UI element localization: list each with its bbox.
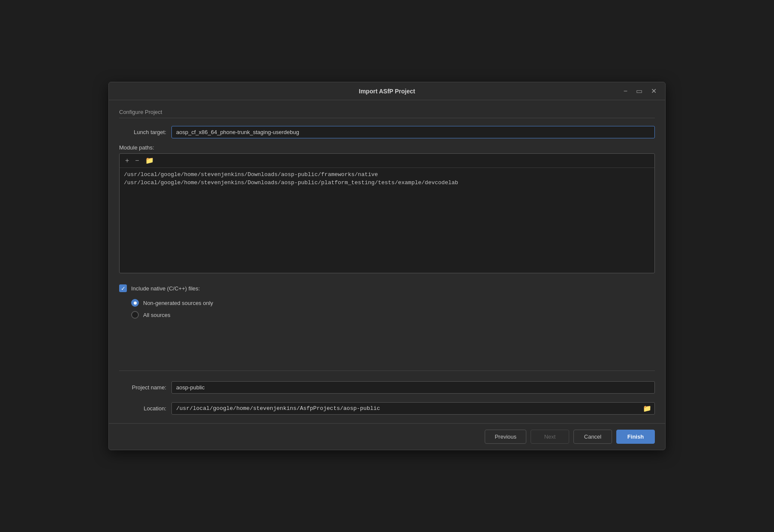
project-name-input[interactable] <box>171 381 655 394</box>
dialog-footer: Previous Next Cancel Finish <box>109 423 665 450</box>
cancel-button[interactable]: Cancel <box>573 430 612 444</box>
radio-all-sources[interactable] <box>131 311 139 319</box>
lunch-target-row: Lunch target: <box>119 126 655 138</box>
native-files-label: Include native (C/C++) files: <box>131 285 200 292</box>
project-name-row: Project name: <box>119 381 655 394</box>
previous-button[interactable]: Previous <box>485 430 526 444</box>
radio-non-generated-row: Non-generated sources only <box>131 299 655 307</box>
browse-path-button[interactable]: 📁 <box>143 156 156 165</box>
configure-section: Configure Project Lunch target: Module p… <box>119 109 655 360</box>
location-input-wrapper: 📁 <box>171 402 655 415</box>
title-bar: Import ASfP Project − ▭ ✕ <box>109 82 665 100</box>
title-bar-controls: − ▭ ✕ <box>624 87 658 96</box>
radio-all-sources-row: All sources <box>131 311 655 319</box>
checkmark-icon: ✓ <box>121 286 126 291</box>
lunch-target-label: Lunch target: <box>119 129 166 135</box>
project-name-label: Project name: <box>119 384 166 391</box>
import-dialog: Import ASfP Project − ▭ ✕ Configure Proj… <box>108 82 666 450</box>
module-paths-container: + − 📁 /usr/local/google/home/stevenjenki… <box>119 153 655 273</box>
radio-non-generated-label: Non-generated sources only <box>143 300 213 306</box>
section-heading: Configure Project <box>119 109 655 118</box>
list-item: /usr/local/google/home/stevenjenkins/Dow… <box>124 171 650 178</box>
finish-button[interactable]: Finish <box>616 430 655 444</box>
module-paths-label: Module paths: <box>119 144 655 151</box>
radio-non-generated[interactable] <box>131 299 139 307</box>
separator <box>119 371 655 371</box>
location-row: Location: 📁 <box>119 402 655 415</box>
native-files-section: ✓ Include native (C/C++) files: Non-gene… <box>119 279 655 322</box>
next-button: Next <box>531 430 569 444</box>
radio-all-sources-label: All sources <box>143 312 171 318</box>
native-files-checkbox-row: ✓ Include native (C/C++) files: <box>119 283 655 294</box>
dialog-content: Configure Project Lunch target: Module p… <box>109 100 665 423</box>
list-item: /usr/local/google/home/stevenjenkins/Dow… <box>124 179 650 186</box>
dialog-title: Import ASfP Project <box>150 88 624 95</box>
minimize-button[interactable]: − <box>622 87 629 96</box>
close-button[interactable]: ✕ <box>649 87 658 96</box>
module-paths-section: Module paths: + − 📁 /usr/local/google/ho… <box>119 144 655 273</box>
location-label: Location: <box>119 405 166 412</box>
remove-path-button[interactable]: − <box>133 156 141 165</box>
maximize-button[interactable]: ▭ <box>634 87 644 96</box>
lunch-target-input[interactable] <box>171 126 655 138</box>
native-files-checkbox[interactable]: ✓ <box>119 284 127 292</box>
module-paths-list: /usr/local/google/home/stevenjenkins/Dow… <box>120 168 654 189</box>
module-paths-toolbar: + − 📁 <box>120 154 654 168</box>
location-input[interactable] <box>171 402 655 415</box>
add-path-button[interactable]: + <box>123 156 131 165</box>
radio-group: Non-generated sources only All sources <box>131 299 655 319</box>
location-browse-button[interactable]: 📁 <box>642 404 652 413</box>
